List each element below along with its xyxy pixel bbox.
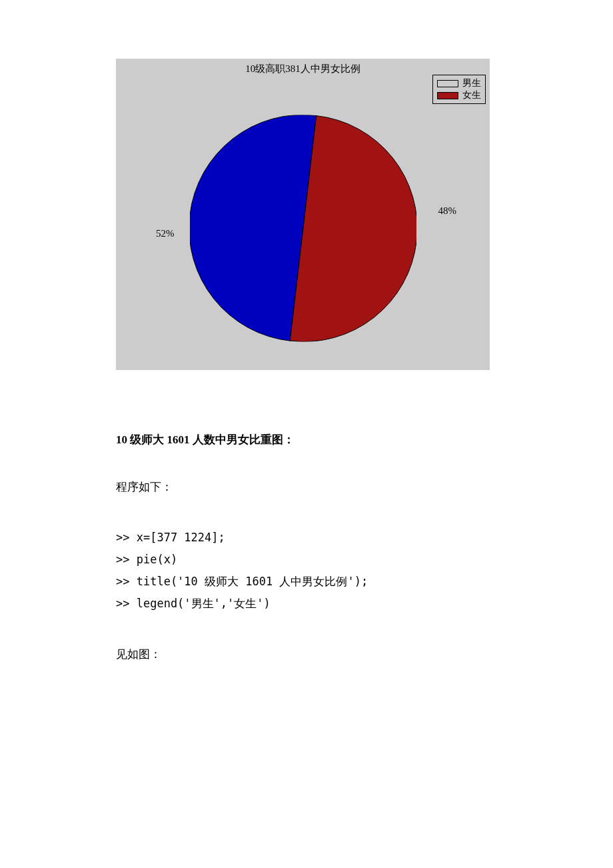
legend-swatch — [437, 92, 458, 99]
chart-area: 10级高职381人中男女比例 男生 女生 52% 48% — [116, 59, 490, 370]
legend-item: 女生 — [437, 89, 481, 101]
pie-chart — [190, 115, 416, 341]
section-heading: 10 级师大 1601 人数中男女比重图： — [116, 432, 490, 447]
pie-label-right: 48% — [438, 205, 457, 217]
chart-title: 10级高职381人中男女比例 — [116, 63, 490, 75]
legend: 男生 女生 — [432, 75, 486, 104]
code-line: >> title('10 级师大 1601 人中男女比例'); — [116, 571, 490, 593]
code-line: >> pie(x) — [116, 549, 490, 571]
closing-paragraph: 见如图： — [116, 647, 490, 662]
legend-label: 男生 — [462, 77, 481, 89]
code-line: >> legend('男生','女生') — [116, 593, 490, 615]
intro-paragraph: 程序如下： — [116, 479, 490, 495]
document-body: 10 级师大 1601 人数中男女比重图： 程序如下： >> x=[377 12… — [116, 432, 490, 662]
legend-item: 男生 — [437, 77, 481, 89]
pie-label-left: 52% — [156, 228, 175, 239]
legend-label: 女生 — [462, 89, 481, 101]
code-line: >> x=[377 1224]; — [116, 527, 490, 549]
legend-swatch — [437, 80, 458, 87]
